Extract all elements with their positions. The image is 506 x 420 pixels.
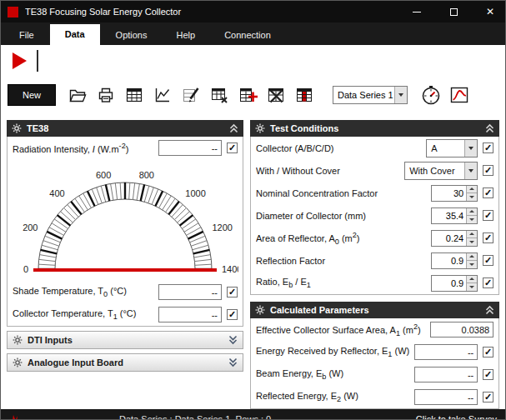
ratio-checkbox[interactable]: ✓ [483, 278, 493, 288]
table-series-column-icon [294, 85, 314, 105]
ratio-input[interactable] [432, 276, 466, 291]
te38-panel-header[interactable]: TE38 [7, 120, 243, 137]
tab-data[interactable]: Data [50, 24, 100, 45]
check-icon: ✓ [228, 310, 236, 319]
reflector-area-row: Area of Reflector, A0 (m2) ✓ [251, 227, 498, 249]
diameter-row: Diameter of Collector (mm) ✓ [251, 204, 498, 227]
energy-received-input[interactable] [414, 344, 478, 360]
tab-help[interactable]: Help [163, 26, 209, 45]
test-conditions-header[interactable]: Test Conditions [250, 120, 499, 137]
cover-dropdown-button[interactable] [464, 162, 477, 179]
reflection-factor-checkbox[interactable]: ✓ [483, 255, 493, 266]
status-bar: Data Series : Data Series 1, Rows : 0 Cl… [1, 409, 505, 420]
tab-options[interactable]: Options [103, 26, 161, 45]
diameter-checkbox[interactable]: ✓ [483, 210, 493, 221]
collapse-up-icon[interactable] [229, 123, 238, 133]
expand-down-icon[interactable] [228, 335, 238, 345]
data-series-value: Data Series 1 [333, 90, 394, 100]
view-graph-button[interactable] [151, 83, 174, 107]
edit-table-button[interactable] [179, 83, 203, 107]
collapse-up-icon[interactable] [485, 123, 494, 133]
meter-button[interactable] [419, 83, 443, 107]
spinner-up-button[interactable] [467, 186, 477, 193]
collector-value: A [427, 143, 464, 153]
graph-trace-icon [448, 84, 470, 106]
spinner-down-button[interactable] [467, 282, 477, 291]
survey-link[interactable]: Click to take Survey [416, 414, 497, 420]
edit-icon [181, 85, 201, 105]
calculated-parameters-header[interactable]: Calculated Parameters [250, 302, 499, 318]
collector-dropdown-button[interactable] [464, 140, 477, 157]
run-bar [1, 45, 505, 77]
spinner-up-button[interactable] [467, 276, 477, 283]
add-row-button[interactable] [236, 83, 259, 107]
dti-inputs-section[interactable]: DTI Inputs [7, 331, 243, 349]
shade-temperature-checkbox[interactable]: ✓ [227, 287, 238, 298]
collector-temperature-checkbox[interactable]: ✓ [227, 309, 238, 320]
reflected-energy-checkbox[interactable]: ✓ [483, 392, 493, 402]
collector-checkbox[interactable]: ✓ [483, 142, 493, 153]
close-button[interactable]: ✕ [475, 1, 505, 22]
expand-down-icon[interactable] [228, 358, 238, 368]
collector-temperature-input[interactable] [158, 307, 222, 322]
spinner-down-button[interactable] [467, 238, 477, 246]
spinner-down-button[interactable] [467, 215, 477, 223]
clear-table-button[interactable] [264, 83, 288, 107]
nominal-concentration-input[interactable] [432, 186, 466, 201]
tab-connection[interactable]: Connection [211, 26, 284, 45]
print-button[interactable] [94, 83, 118, 107]
radiation-intensity-label: Radiation Intensity, I (W.m-2) [13, 142, 153, 154]
maximize-button[interactable] [438, 1, 468, 22]
nominal-concentration-spinner[interactable] [431, 185, 478, 202]
delete-row-button[interactable] [208, 83, 231, 107]
open-file-button[interactable] [66, 83, 89, 107]
effective-area-label: Effective Collector Surface Area, A1 (m2… [256, 322, 425, 338]
spinner-down-button[interactable] [467, 260, 477, 268]
menu-bar: File Data Options Help Connection [1, 22, 505, 45]
app-icon [8, 7, 18, 18]
radiation-intensity-checkbox[interactable]: ✓ [227, 142, 238, 153]
spinner-down-button[interactable] [467, 192, 477, 201]
reflection-factor-row: Reflection Factor ✓ [251, 249, 498, 272]
graph-settings-button[interactable] [448, 83, 471, 107]
select-series-button[interactable] [293, 83, 316, 107]
reflector-area-checkbox[interactable]: ✓ [483, 232, 493, 243]
spinner-up-button[interactable] [467, 208, 477, 216]
effective-area-input[interactable] [430, 322, 493, 338]
view-table-button[interactable] [123, 83, 146, 107]
reflector-area-label: Area of Reflector, A0 (m2) [256, 231, 426, 246]
analogue-input-board-section[interactable]: Analogue Input Board [7, 353, 243, 372]
reflection-factor-spinner[interactable] [431, 252, 478, 269]
ratio-spinner[interactable] [431, 275, 478, 292]
beam-energy-checkbox[interactable]: ✓ [483, 369, 493, 380]
te38-panel: TE38 Radiation Intensity, I (W.m-2) ✓ 02… [7, 120, 243, 372]
reflector-area-spinner[interactable] [431, 230, 478, 247]
minimize-button[interactable] [402, 1, 432, 22]
check-icon: ✓ [484, 278, 492, 288]
shade-temperature-input[interactable] [158, 284, 222, 300]
energy-received-checkbox[interactable]: ✓ [483, 347, 493, 358]
nominal-concentration-checkbox[interactable]: ✓ [483, 188, 493, 198]
test-conditions-body: Collector (A/B/C/D) A ✓ With / Without C… [250, 137, 499, 295]
reflected-energy-input[interactable] [414, 389, 478, 405]
data-series-dropdown-button[interactable] [394, 87, 407, 103]
open-file-icon [68, 85, 88, 105]
diameter-spinner[interactable] [431, 208, 478, 224]
spinner-up-button[interactable] [467, 253, 477, 261]
close-icon: ✕ [486, 7, 494, 17]
reflection-factor-input[interactable] [432, 253, 466, 268]
data-series-select[interactable]: Data Series 1 [333, 86, 408, 104]
diameter-input[interactable] [432, 208, 466, 223]
collector-select[interactable]: A [426, 139, 478, 158]
reflector-area-input[interactable] [432, 231, 466, 246]
spinner-up-button[interactable] [467, 231, 477, 238]
tab-file[interactable]: File [6, 26, 48, 45]
radiation-intensity-input[interactable] [158, 140, 222, 156]
cover-checkbox[interactable]: ✓ [483, 165, 493, 176]
play-button[interactable] [13, 52, 27, 69]
beam-energy-input[interactable] [414, 367, 478, 382]
collapse-up-icon[interactable] [485, 305, 494, 315]
new-button[interactable]: New [8, 84, 56, 106]
nominal-concentration-row: Nominal Concentration Factor ✓ [251, 182, 498, 204]
cover-select[interactable]: With Cover [404, 162, 478, 180]
